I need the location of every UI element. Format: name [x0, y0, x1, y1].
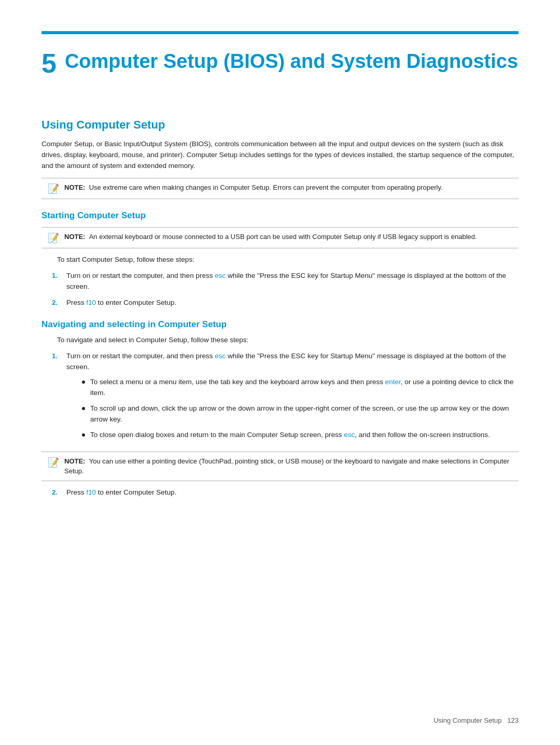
nav-step-1-text: Turn on or restart the computer, and the…	[66, 352, 506, 371]
section-using-computer-setup: Using Computer Setup Computer Setup, or …	[41, 118, 519, 199]
chapter-header: 5 Computer Setup (BIOS) and System Diagn…	[41, 50, 519, 77]
page-number: 123	[507, 716, 519, 724]
note-text-navigating: NOTE: You can use either a pointing devi…	[64, 456, 512, 476]
note-label-starting: NOTE:	[64, 233, 89, 241]
starting-step-2: 2. Press f10 to enter Computer Setup.	[52, 298, 519, 308]
navigating-intro: To navigate and select in Computer Setup…	[57, 335, 519, 346]
nav-step-1-content: Turn on or restart the computer, and the…	[66, 351, 519, 445]
footer-text: Using Computer Setup	[433, 716, 506, 724]
note-icon-navigating: 📝	[48, 457, 59, 468]
nav-step-2-link-f10: f10	[86, 488, 96, 496]
note-label-using: NOTE:	[64, 184, 89, 191]
chapter-number: 5	[41, 50, 57, 77]
bullet-dot-3	[82, 433, 85, 437]
nav-step-2-text: Press f10 to enter Computer Setup.	[66, 487, 176, 498]
step-1-link-esc: esc	[215, 272, 226, 279]
bullet-item-2: To scroll up and down, click the up arro…	[82, 403, 519, 425]
bullet-item-1: To select a menu or a menu item, use the…	[82, 377, 519, 399]
note-body-navigating: You can use either a pointing device (To…	[64, 457, 509, 475]
nav-step-1-bullets: To select a menu or a menu item, use the…	[82, 377, 519, 441]
subsection-heading-navigating: Navigating and selecting in Computer Set…	[41, 319, 519, 330]
note-box-starting: 📝 NOTE: An external keyboard or mouse co…	[41, 227, 519, 248]
bullet-1-link-enter: enter	[385, 378, 401, 386]
navigating-step-2: 2. Press f10 to enter Computer Setup.	[52, 487, 519, 498]
starting-steps-list: 1. Turn on or restart the computer, and …	[52, 271, 519, 308]
using-body-text: Computer Setup, or Basic Input/Output Sy…	[41, 139, 519, 172]
bullet-text-2: To scroll up and down, click the up arro…	[90, 403, 519, 425]
note-body-using: Use extreme care when making changes in …	[89, 184, 443, 191]
chapter-title: Computer Setup (BIOS) and System Diagnos…	[65, 50, 518, 74]
note-label-navigating: NOTE:	[64, 457, 89, 465]
note-text-starting: NOTE: An external keyboard or mouse conn…	[64, 232, 477, 242]
starting-step-1: 1. Turn on or restart the computer, and …	[52, 271, 519, 292]
nav-step-number-2: 2.	[52, 487, 61, 498]
bullet-dot-1	[82, 381, 85, 384]
section-navigating-computer-setup: Navigating and selecting in Computer Set…	[41, 319, 519, 498]
step-2-link-f10: f10	[86, 299, 96, 306]
note-icon-starting: 📝	[48, 232, 59, 244]
note-box-navigating: 📝 NOTE: You can use either a pointing de…	[41, 452, 519, 481]
starting-intro: To start Computer Setup, follow these st…	[57, 255, 519, 265]
step-number-2: 2.	[52, 298, 61, 308]
note-body-starting: An external keyboard or mouse connected …	[89, 233, 477, 241]
note-icon-using: 📝	[48, 183, 59, 194]
bullet-3-link-esc: esc	[344, 431, 355, 439]
subsection-heading-starting: Starting Computer Setup	[41, 210, 519, 221]
nav-step-number-1: 1.	[52, 351, 61, 362]
step-1-text: Turn on or restart the computer, and the…	[66, 271, 519, 292]
section-heading-using: Using Computer Setup	[41, 118, 519, 132]
bullet-dot-2	[82, 407, 85, 410]
top-border	[41, 31, 519, 34]
section-starting-computer-setup: Starting Computer Setup 📝 NOTE: An exter…	[41, 210, 519, 308]
bullet-text-3: To close open dialog boxes and return to…	[90, 430, 490, 441]
nav-step-1-link-esc: esc	[215, 352, 226, 360]
step-2-text: Press f10 to enter Computer Setup.	[66, 298, 176, 308]
note-text-using: NOTE: Use extreme care when making chang…	[64, 182, 443, 193]
navigating-step-1: 1. Turn on or restart the computer, and …	[52, 351, 519, 445]
bullet-text-1: To select a menu or a menu item, use the…	[90, 377, 519, 399]
navigating-steps-list: 1. Turn on or restart the computer, and …	[52, 351, 519, 445]
page-footer: Using Computer Setup 123	[433, 716, 519, 724]
navigating-step-2-list: 2. Press f10 to enter Computer Setup.	[52, 487, 519, 498]
step-number-1: 1.	[52, 271, 61, 282]
bullet-item-3: To close open dialog boxes and return to…	[82, 430, 519, 441]
note-box-using: 📝 NOTE: Use extreme care when making cha…	[41, 178, 519, 199]
